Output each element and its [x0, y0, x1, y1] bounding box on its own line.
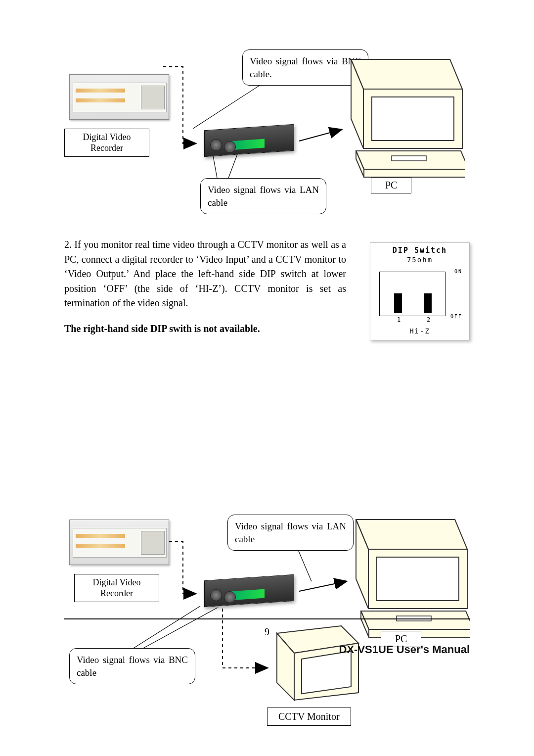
page-number: 9 — [0, 626, 534, 638]
diagram-1: Digital Video Recorder Video signal flow… — [64, 45, 470, 213]
dip-num-1: 1 — [397, 316, 400, 323]
pc-graphic-1 — [336, 54, 465, 178]
svg-marker-0 — [351, 59, 462, 89]
pc-graphic-2 — [341, 515, 470, 638]
svg-marker-6 — [364, 169, 465, 177]
content-area: Digital Video Recorder Video signal flow… — [64, 45, 470, 430]
svg-marker-19 — [302, 651, 351, 694]
page: Digital Video Recorder Video signal flow… — [0, 0, 534, 756]
svg-rect-3 — [372, 97, 454, 141]
dip-hiz: Hi-Z — [370, 326, 469, 340]
pc-label-1: PC — [371, 177, 411, 193]
diagram-2: Digital Video Recorder Video signal flow… — [64, 515, 470, 732]
videoserver-graphic-2 — [195, 571, 304, 609]
callout-bnc-2: Video signal flows via BNC cable — [69, 648, 195, 684]
dvr-graphic-2 — [69, 520, 169, 565]
dvr-label-1: Digital Video Recorder — [64, 129, 149, 157]
paragraph-text: 2. If you monitor real time video throug… — [64, 237, 346, 311]
dip-off-label: OFF — [450, 314, 462, 319]
svg-rect-7 — [392, 156, 426, 161]
callout-lan-2: Video signal flows via LAN cable — [227, 515, 354, 551]
videoserver-graphic-1 — [195, 121, 304, 159]
dip-title: DIP Switch — [370, 243, 469, 256]
paragraph-block: 2. If you monitor real time video throug… — [64, 237, 346, 336]
manual-title: DX-VS1UE User's Manual — [339, 643, 470, 656]
dip-on-label: ON — [454, 269, 462, 274]
paragraph-bold: The right-hand side DIP swith is not ava… — [64, 322, 346, 336]
svg-rect-11 — [377, 557, 459, 601]
dip-num-2: 2 — [427, 316, 430, 323]
dip-75ohm: 75ohm — [370, 256, 469, 267]
footer-rule — [64, 618, 470, 619]
dip-switch-figure: DIP Switch 75ohm ON OFF 1 2 Hi-Z — [370, 242, 470, 340]
dvr-graphic-1 — [69, 74, 169, 120]
callout-lan-1: Video signal flows via LAN cable — [200, 178, 326, 214]
svg-marker-8 — [356, 520, 467, 549]
cctv-label: CCTV Monitor — [267, 708, 351, 726]
dvr-label-2: Digital Video Recorder — [74, 574, 159, 602]
